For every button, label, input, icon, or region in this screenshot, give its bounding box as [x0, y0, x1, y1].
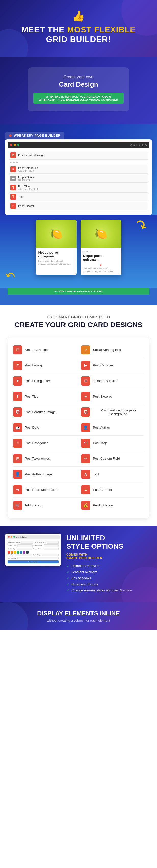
display-inline-subtitle: without creating a column for each eleme…: [5, 619, 152, 622]
elements-row-1: ⊞ Smart Container ↗ Social Sharing Box: [13, 342, 144, 358]
wpbakery-section: WPBAKERY PAGE BUILDER ✕ ≡ + ⚙ ↻ ⤡ 🖼 Post: [0, 124, 157, 215]
card-body-1: Neque porro quisquam Lorem ipsum dolor s…: [36, 248, 77, 268]
element-post-author-image: 👤 Post Author Image: [13, 470, 76, 479]
element-label-text: Text: [93, 472, 99, 476]
card-design-button[interactable]: WITH THE INTERFACE YOU ALREADY KNOW WPBA…: [33, 93, 123, 104]
wpbakery-panel-header: ✕ ≡ + ⚙ ↻ ⤡: [8, 142, 149, 148]
style-label-5: Border Style: [8, 548, 16, 550]
element-post-date: 📅 Post Date: [13, 423, 76, 432]
style-input-3[interactable]: [17, 544, 32, 547]
element-label-product-price: Product Price: [93, 503, 113, 507]
panel-row-4: T Post Title Add Link - Post Link: [9, 183, 148, 192]
wpbakery-badge-dot: [9, 134, 12, 137]
smart-grid-title: CREATE YOUR GRID CARD DESIGNS: [5, 320, 152, 329]
style-label-1: Background Color: [8, 541, 20, 543]
card-text-1: Lorem ipsum dolor sit amet, consectetur …: [38, 260, 74, 265]
element-label-post-excerpt: Post Excerpt: [93, 395, 112, 398]
style-options-section: enu Settings Background Color Background…: [0, 526, 157, 602]
style-row-shadow: Box Shadow: [8, 557, 59, 559]
style-input-1[interactable]: [21, 541, 33, 544]
element-icon-post-taxonomies: ⊞: [13, 454, 22, 463]
element-icon-add-to-cart: 🛒: [13, 501, 22, 510]
style-checklist: ✓ Ultimate text styles ✓ Gradient overla…: [66, 564, 152, 592]
style-options-subtitle: COMES WITHSMART GRID BUILDER: [66, 553, 152, 560]
style-input-shadow[interactable]: [17, 557, 59, 559]
element-icon-product-price: 💰: [81, 501, 90, 510]
card-design-btn-line2: WPBAKERY PAGE BUILDER a.k.a VISUAL COMPO…: [38, 98, 118, 101]
wpbakery-panel: ✕ ≡ + ⚙ ↻ ⤡ 🖼 Post Featured Image + ≡ +: [5, 140, 152, 215]
element-icon-post-excerpt: ≡: [81, 392, 90, 401]
style-options-title: UNLIMITEDSTYLE OPTIONS: [66, 534, 152, 551]
element-label-smart-container: Smart Container: [25, 348, 49, 352]
card-design-title: Card Design: [33, 81, 124, 88]
element-icon-post-listing: ≡: [13, 361, 22, 370]
style-panel-mockup: enu Settings Background Color Background…: [5, 534, 61, 566]
style-label-weight: Font Weight: [33, 554, 41, 556]
panel-add-dash-1: +: [16, 161, 18, 164]
panel-row-label-2: Post Categories: [18, 166, 38, 169]
element-label-post-title: Post Title: [25, 395, 38, 398]
checklist-label-2: Gradient overlays: [71, 570, 97, 574]
elements-row-6: 📅 Post Date 👤 Post Author: [13, 420, 144, 436]
panel-dots: [10, 144, 19, 146]
hover-animation-button[interactable]: FLEXIBLE HOVER ANIMATION OPTIONS: [8, 288, 149, 294]
smart-grid-subtitle: USE SMART GRID ELEMENTS TO: [5, 315, 152, 319]
style-label-4: Border Width: [34, 545, 42, 547]
panel-add-sep-1: ≡: [13, 161, 15, 164]
color-chip-yellow: [14, 551, 16, 554]
style-input-4[interactable]: [43, 544, 59, 547]
hover-btn-section: FLEXIBLE HOVER ANIMATION OPTIONS: [0, 288, 157, 305]
elements-row-5: 🖼 Post Featured Image 🖼 Post Featured Im…: [13, 404, 144, 420]
style-color-row: [8, 551, 59, 554]
panel-row-icon-1: 🖼: [10, 152, 16, 158]
element-icon-text: A: [81, 470, 90, 479]
panel-row-1: 🖼 Post Featured Image: [9, 151, 148, 159]
lime-illustration-2: 🍋: [81, 220, 121, 248]
style-input-weight[interactable]: [42, 554, 59, 556]
element-post-tags: 🏷 Post Tags: [81, 439, 144, 448]
element-post-categories: ≡ Post Categories: [13, 439, 76, 448]
element-icon-post-author-image: 👤: [13, 470, 22, 479]
style-panel-title-text: enu Settings: [16, 536, 27, 538]
panel-row-sub-3: Height: 10px: [18, 179, 35, 181]
card-preview-2: 🍋 CLASS Neque porro quisquam ♥ Lorem ips…: [81, 220, 121, 275]
element-icon-post-date: 📅: [13, 423, 22, 432]
element-post-taxonomies: ⊞ Post Taxonomies: [13, 454, 76, 463]
style-save-button[interactable]: Save changes: [8, 560, 59, 563]
style-row-1: Background Color Background Size: [8, 541, 59, 544]
panel-row-sub-2: Add Link - None: [18, 169, 38, 172]
element-post-featured-image: 🖼 Post Featured Image: [13, 407, 76, 417]
check-icon-4: ✓: [66, 582, 69, 586]
element-label-post-listing: Post Listing: [25, 364, 42, 367]
style-label-font: Font Size: [8, 554, 14, 556]
elements-row-11: 🛒 Add to Cart 💰 Product Price: [13, 498, 144, 513]
element-label-post-carousel: Post Carousel: [93, 364, 114, 367]
panel-add-row-1[interactable]: + ≡ +: [9, 160, 148, 165]
panel-icon-3: +: [136, 144, 137, 146]
element-label-post-custom-field: Post Custom Field: [93, 457, 120, 461]
check-icon-1: ✓: [66, 564, 69, 568]
element-text: A Text: [81, 470, 144, 479]
style-input-5[interactable]: [17, 548, 32, 550]
display-inline-section: DISPLAY ELEMENTS INLINE without creating…: [0, 602, 157, 630]
hero-title-line2: GRID BUILDER!: [46, 35, 111, 44]
element-icon-post-content: ≡: [81, 485, 90, 494]
panel-row-icon-6: ≡: [10, 203, 16, 209]
element-icon-taxonomy-listing: ⊞: [81, 376, 90, 385]
color-chip-orange: [11, 551, 13, 554]
element-label-post-read-more: Post Read More Button: [25, 488, 59, 492]
card-design-section: Create your own Card Design WITH THE INT…: [0, 57, 157, 124]
style-row-2: Border Color Border Width: [8, 544, 59, 547]
style-input-font[interactable]: [15, 554, 32, 556]
element-label-post-categories: Post Categories: [25, 441, 49, 445]
display-inline-title: DISPLAY ELEMENTS INLINE: [5, 610, 152, 617]
panel-row-label-3: Empty Space: [18, 176, 35, 179]
hero-title: MEET THE MOST FLEXIBLE GRID BUILDER!: [8, 25, 149, 44]
elements-row-4: T Post Title ≡ Post Excerpt: [13, 389, 144, 404]
style-input-2[interactable]: [46, 541, 59, 544]
element-icon-post-custom-field: ✏: [81, 454, 90, 463]
style-input-6[interactable]: [44, 548, 59, 550]
dot-yellow: [14, 144, 16, 146]
arrow-down-icon: ↷: [132, 216, 150, 236]
card-preview-section: ↷ 🍋 Neque porro quisquam Lorem ipsum dol…: [0, 215, 157, 288]
